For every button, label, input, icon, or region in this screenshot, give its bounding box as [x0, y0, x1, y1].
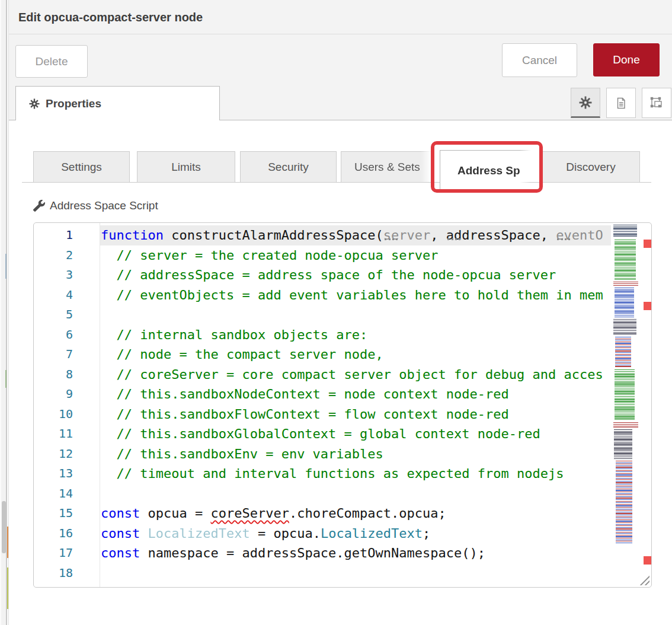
- background-workspace: [0, 0, 8, 625]
- code-line[interactable]: [101, 563, 611, 583]
- code-line[interactable]: // this.sandboxEnv = env variables: [101, 444, 611, 464]
- line-number: 15: [34, 503, 100, 524]
- code-line[interactable]: // internal sandbox objects are:: [101, 325, 611, 345]
- code-line[interactable]: // addressSpace = address space of the n…: [101, 265, 611, 285]
- code-area[interactable]: function constructAlarmAddressSpace(serv…: [101, 225, 611, 588]
- line-number-gutter: 12345678910111213141516171819: [34, 225, 100, 588]
- code-line[interactable]: [101, 484, 611, 504]
- editor-resize-grip[interactable]: [636, 573, 649, 585]
- tab-properties[interactable]: Properties: [15, 86, 220, 120]
- code-line[interactable]: // server = the created node-opcua serve…: [101, 245, 611, 266]
- gutter-border: [100, 223, 100, 587]
- minimap-content: [615, 288, 634, 317]
- line-number: 11: [34, 424, 100, 444]
- line-number: 1: [34, 225, 100, 245]
- minimap-content: [613, 319, 636, 335]
- line-number: 10: [34, 404, 100, 425]
- minimap-content: [613, 422, 638, 428]
- properties-icon-button[interactable]: [571, 88, 600, 118]
- line-number: 16: [34, 524, 100, 544]
- section-label: Address Space Script: [33, 199, 158, 212]
- line-number: 9: [34, 384, 100, 404]
- code-line[interactable]: [101, 305, 611, 325]
- background-node-fragment: [5, 254, 7, 279]
- gear-icon: [579, 96, 592, 109]
- line-number: 8: [34, 365, 100, 385]
- appearance-icon: [649, 95, 664, 111]
- dialog-titlebar: Edit opcua-compact-server node: [9, 0, 672, 34]
- code-editor[interactable]: 12345678910111213141516171819 function c…: [33, 222, 652, 588]
- background-node-fragment: [5, 370, 7, 388]
- overview-ruler-marker[interactable]: [644, 556, 652, 565]
- minimap-content: [614, 429, 632, 459]
- tab-settings[interactable]: Settings: [33, 151, 130, 183]
- appearance-icon-button[interactable]: [642, 88, 671, 118]
- line-number: 18: [34, 563, 100, 583]
- line-number: 14: [34, 484, 100, 504]
- description-icon-button[interactable]: [606, 88, 636, 118]
- code-line[interactable]: const namespace = addressSpace.getOwnNam…: [101, 543, 611, 563]
- minimap-content: [613, 282, 638, 286]
- cancel-button[interactable]: Cancel: [502, 43, 577, 77]
- code-line[interactable]: // eventObjects = add event variables he…: [101, 285, 611, 305]
- dialog-header: Edit opcua-compact-server node Delete Ca…: [9, 0, 672, 120]
- delete-button[interactable]: Delete: [15, 45, 88, 78]
- code-line[interactable]: function constructAlarmAddressSpace(serv…: [101, 225, 611, 245]
- overview-ruler-marker[interactable]: [644, 302, 652, 310]
- line-number: 3: [34, 265, 100, 285]
- background-scrollbar-thumb[interactable]: [2, 501, 6, 553]
- section-label-text: Address Space Script: [50, 199, 158, 212]
- tab-limits[interactable]: Limits: [137, 151, 235, 183]
- minimap-content: [615, 369, 635, 420]
- minimap-content: [613, 225, 637, 238]
- tab-users-sets[interactable]: Users & Sets: [341, 151, 434, 183]
- editor-minimap[interactable]: [612, 225, 639, 538]
- line-number: 19: [34, 583, 100, 588]
- code-line[interactable]: const LocalizedText = opcua.LocalizedTex…: [101, 524, 611, 544]
- done-button[interactable]: Done: [593, 43, 660, 76]
- dialog-title: Edit opcua-compact-server node: [18, 0, 203, 34]
- wrench-icon: [33, 200, 45, 212]
- tab-discovery[interactable]: Discovery: [542, 151, 640, 183]
- line-number: 4: [34, 285, 100, 305]
- line-number: 12: [34, 444, 100, 464]
- line-number: 7: [34, 345, 100, 365]
- line-number: 13: [34, 464, 100, 484]
- minimap-content: [615, 337, 631, 368]
- screen: Edit opcua-compact-server node Delete Ca…: [0, 0, 672, 625]
- code-line[interactable]: // node = the compact server node,: [101, 345, 611, 365]
- tab-security[interactable]: Security: [240, 151, 337, 183]
- code-line[interactable]: // this.sandboxNodeContext = node contex…: [101, 384, 611, 404]
- code-line[interactable]: // coreServer = core compact server obje…: [101, 365, 611, 385]
- line-number: 6: [34, 325, 100, 345]
- code-line[interactable]: // this.sandboxGlobalContext = global co…: [101, 424, 611, 444]
- line-number: 5: [34, 305, 100, 325]
- dialog-body: SettingsLimitsSecurityUsers & SetsAddres…: [9, 120, 672, 625]
- overview-ruler-marker[interactable]: [644, 240, 652, 248]
- minimap-content: [616, 461, 632, 544]
- edit-node-dialog: Edit opcua-compact-server node Delete Ca…: [8, 0, 672, 625]
- document-icon: [614, 96, 628, 110]
- gear-icon: [29, 98, 40, 109]
- line-number: 2: [34, 245, 100, 266]
- line-number: 17: [34, 543, 100, 563]
- minimap-content: [615, 240, 636, 280]
- tab-properties-label: Properties: [46, 97, 101, 110]
- code-line[interactable]: // timeout and interval functions as exp…: [101, 464, 611, 484]
- code-line[interactable]: const opcua = coreServer.choreCompact.op…: [101, 503, 611, 524]
- code-line[interactable]: // this.sandboxFlowContext = flow contex…: [101, 404, 611, 425]
- tab-address-sp[interactable]: Address Sp: [440, 150, 533, 191]
- code-line[interactable]: const Variant = opcua.Variant;: [101, 583, 611, 588]
